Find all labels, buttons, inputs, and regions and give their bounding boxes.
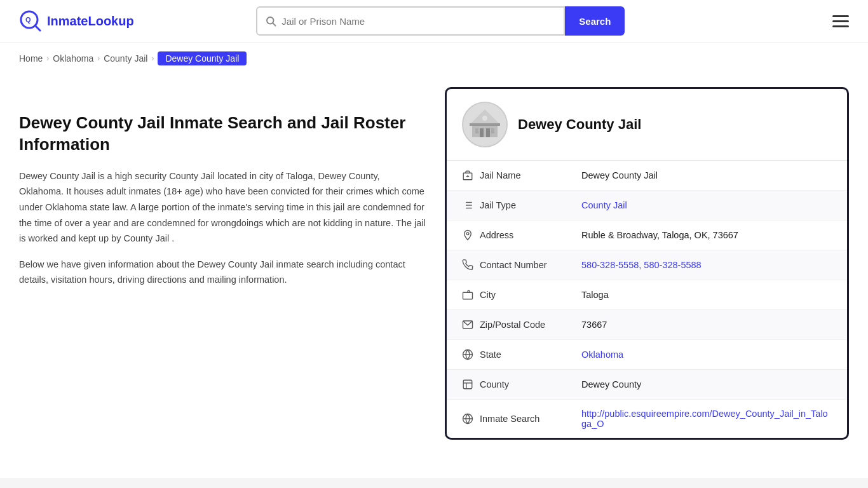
inmate-search-label: Inmate Search [480, 414, 581, 424]
county-value: Dewey County [581, 379, 832, 390]
pin-icon [462, 229, 480, 241]
zip-label: Zip/Postal Code [480, 320, 581, 330]
info-row-state: State Oklahoma [447, 340, 847, 370]
hamburger-menu[interactable] [832, 15, 849, 27]
address-label: Address [480, 230, 581, 240]
main-content: Dewey County Jail Inmate Search and Jail… [0, 74, 868, 452]
inmate-search-link[interactable]: http://public.esquireempire.com/Dewey_Co… [581, 409, 828, 429]
info-row-address: Address Ruble & Broadway, Taloga, OK, 73… [447, 220, 847, 250]
county-label: County [480, 379, 581, 390]
globe-icon [462, 413, 480, 424]
jail-type-label: Jail Type [480, 200, 581, 210]
list-icon [462, 200, 480, 211]
info-card-title: Dewey County Jail [518, 116, 641, 133]
hamburger-line1 [832, 15, 849, 17]
city-value: Taloga [581, 290, 832, 300]
svg-point-22 [466, 233, 469, 235]
hamburger-line3 [832, 25, 849, 27]
chevron-icon-1: › [46, 54, 49, 63]
search-button[interactable]: Search [565, 6, 625, 36]
description-paragraph-2: Below we have given information about th… [19, 257, 426, 288]
svg-point-12 [482, 116, 487, 121]
svg-rect-28 [463, 380, 472, 389]
site-logo[interactable]: Q InmateLookup [19, 10, 146, 32]
info-row-county: County Dewey County [447, 370, 847, 400]
jail-thumbnail [462, 102, 508, 147]
info-card-header: Dewey County Jail [447, 89, 847, 161]
county-icon [462, 379, 480, 390]
info-row-zip: Zip/Postal Code 73667 [447, 310, 847, 340]
svg-rect-10 [475, 128, 478, 133]
site-name: InmateLookup [47, 14, 134, 29]
chevron-icon-2: › [97, 54, 100, 63]
svg-text:Q: Q [25, 16, 31, 24]
address-value: Ruble & Broadway, Taloga, OK, 73667 [581, 230, 832, 240]
page-heading: Dewey County Jail Inmate Search and Jail… [19, 112, 426, 156]
info-row-contact: Contact Number 580-328-5558, 580-328-558… [447, 250, 847, 280]
breadcrumb-oklahoma[interactable]: Oklahoma [53, 53, 93, 64]
chevron-icon-3: › [151, 54, 154, 63]
breadcrumb: Home › Oklahoma › County Jail › Dewey Co… [0, 43, 868, 74]
svg-rect-11 [491, 128, 494, 133]
state-value[interactable]: Oklahoma [581, 349, 832, 360]
jail-name-value: Dewey County Jail [581, 170, 832, 180]
search-input[interactable] [281, 16, 556, 27]
description-paragraph-1: Dewey County Jail is a high security Cou… [19, 168, 426, 247]
logo-icon: Q [19, 10, 42, 32]
svg-rect-23 [463, 292, 473, 299]
site-header: Q InmateLookup Search [0, 0, 868, 43]
breadcrumb-current: Dewey County Jail [158, 51, 247, 65]
svg-line-1 [35, 25, 40, 30]
info-row-inmate-search: Inmate Search http://public.esquireempir… [447, 400, 847, 438]
info-row-jail-type: Jail Type County Jail [447, 191, 847, 220]
zip-value: 73667 [581, 320, 832, 330]
contact-value[interactable]: 580-328-5558, 580-328-5588 [581, 260, 832, 270]
jail-type-value[interactable]: County Jail [581, 200, 832, 210]
contact-label: Contact Number [480, 260, 581, 270]
globe-state-icon [462, 349, 480, 360]
svg-rect-6 [470, 123, 500, 126]
info-row-city: City Taloga [447, 280, 847, 310]
jail-type-link[interactable]: County Jail [581, 200, 627, 210]
info-card: Dewey County Jail Jail Name Dewey County… [445, 87, 849, 440]
inmate-search-value[interactable]: http://public.esquireempire.com/Dewey_Co… [581, 409, 832, 429]
left-panel: Dewey County Jail Inmate Search and Jail… [19, 87, 426, 298]
breadcrumb-county-jail[interactable]: County Jail [104, 53, 147, 64]
svg-line-4 [273, 23, 276, 25]
svg-rect-8 [480, 128, 484, 137]
jail-building-icon [467, 107, 503, 142]
info-table: Jail Name Dewey County Jail Jail Type Co… [447, 161, 847, 438]
footer [0, 478, 868, 488]
phone-icon [462, 259, 480, 271]
search-icon [265, 15, 276, 27]
breadcrumb-home[interactable]: Home [19, 53, 43, 64]
envelope-icon [462, 319, 480, 330]
state-link[interactable]: Oklahoma [581, 349, 623, 360]
hamburger-line2 [832, 20, 849, 22]
svg-rect-9 [486, 128, 490, 137]
contact-link[interactable]: 580-328-5558, 580-328-5588 [581, 260, 702, 270]
info-row-jail-name: Jail Name Dewey County Jail [447, 161, 847, 191]
building-icon [462, 170, 480, 181]
jail-name-label: Jail Name [480, 170, 581, 180]
state-label: State [480, 349, 581, 360]
city-icon [462, 289, 480, 301]
search-area: Search [256, 6, 625, 36]
search-wrapper [256, 6, 565, 36]
city-label: City [480, 290, 581, 300]
